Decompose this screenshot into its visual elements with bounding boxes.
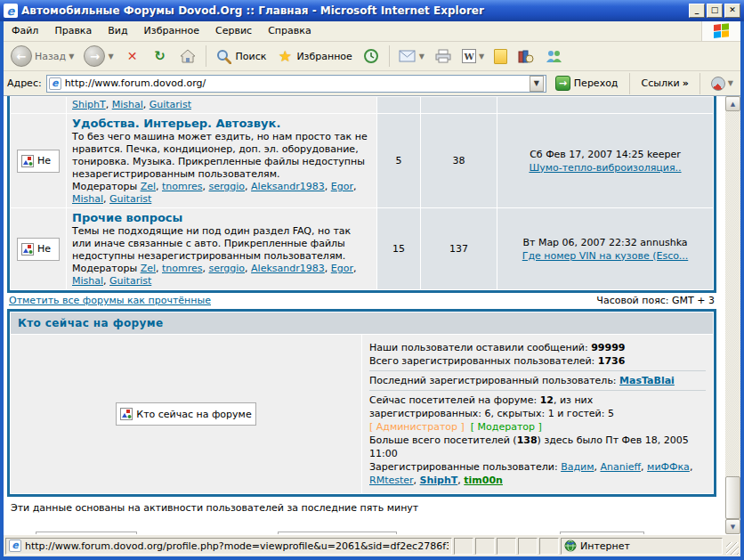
broken-image-icon <box>120 408 133 420</box>
back-icon: ← <box>11 45 32 67</box>
mail-dropdown-icon[interactable]: ▼ <box>419 53 425 61</box>
maximize-button[interactable]: □ <box>707 4 723 18</box>
window-title: Автомобильные Форумы Dovod.Org :: Главна… <box>21 4 689 17</box>
table-row-forum-other: Не Прочие вопросы Темы не подходящие ни … <box>11 208 713 289</box>
search-button[interactable]: Поиск <box>212 45 271 67</box>
links-chevron-icon[interactable]: » <box>683 77 689 89</box>
menu-favorites[interactable]: Избранное <box>136 21 207 41</box>
messages-count: 99999 <box>591 342 625 353</box>
online-user-link[interactable]: Вадим <box>561 461 594 473</box>
menu-tools[interactable]: Сервис <box>207 21 260 41</box>
newest-user-link[interactable]: MasTaBlai <box>619 375 675 386</box>
favorites-button[interactable]: ★ Избранное <box>272 45 355 67</box>
forward-button[interactable]: → ▼ <box>80 44 117 69</box>
online-user-link[interactable]: tim00n <box>464 475 503 486</box>
activity-note: Эти данные основаны на активности пользо… <box>11 502 725 514</box>
status-url-pane: e http://www.forum.dovod.org/profile.php… <box>5 538 452 555</box>
moderator-link[interactable]: Egor <box>331 181 353 192</box>
menu-view[interactable]: Вид <box>100 21 135 41</box>
mail-button[interactable]: ▼ <box>395 45 428 67</box>
last-post-topic-link[interactable]: Где номер VIN на кузове (Esco... <box>522 250 689 262</box>
refresh-button[interactable]: ↻ <box>148 45 173 67</box>
online-user-link[interactable]: RMtester <box>369 475 414 486</box>
admin-legend[interactable]: [ Администратор ] <box>369 421 465 433</box>
moderator-link[interactable]: tnomres <box>162 263 203 274</box>
moderator-link[interactable]: Mishal <box>72 193 103 205</box>
edit-dropdown-icon[interactable]: ▼ <box>479 53 484 61</box>
legend-locked-broken-image: Форум закрыт <box>560 532 644 534</box>
menu-edit[interactable]: Правка <box>46 21 100 41</box>
stop-button[interactable]: ✕ <box>120 45 145 67</box>
moderator-link[interactable]: tnomres <box>162 181 203 192</box>
moderator-link[interactable]: serggio <box>209 181 246 192</box>
go-arrow-icon: → <box>555 76 570 91</box>
moderator-link[interactable]: Guitarist <box>109 275 151 287</box>
menu-bar: Файл Правка Вид Избранное Сервис Справка <box>4 21 740 42</box>
moderator-link[interactable]: Guitarist <box>109 193 151 205</box>
back-dropdown-icon[interactable]: ▼ <box>69 53 74 61</box>
menu-help[interactable]: Справка <box>260 21 319 41</box>
home-button[interactable] <box>175 45 200 67</box>
moderator-link[interactable]: ShiphT <box>72 99 106 110</box>
address-dropdown-icon[interactable]: ▼ <box>530 76 544 92</box>
discuss-button[interactable] <box>490 47 511 66</box>
online-user-link[interactable]: миФФка <box>647 461 690 473</box>
addressbar-separator <box>629 73 630 94</box>
moderator-link[interactable]: Mishal <box>112 99 143 110</box>
address-url: http://www.forum.dovod.org/ <box>65 77 526 89</box>
print-button[interactable] <box>431 45 456 67</box>
menu-file[interactable]: Файл <box>4 21 46 41</box>
moderator-link[interactable]: serggio <box>209 263 246 274</box>
forum-title-link[interactable]: Прочие вопросы <box>72 211 182 224</box>
history-icon <box>362 47 380 65</box>
edit-with-word-button[interactable]: W ▼ <box>458 47 488 65</box>
status-page-icon: e <box>9 540 21 552</box>
scroll-up-button[interactable]: ▲ <box>725 96 740 111</box>
forum-table: ShiphT, Mishal, Guitarist Не Удобства <box>7 96 716 293</box>
moderator-legend[interactable]: [ Модератор ] <box>471 421 542 433</box>
messenger-button[interactable] <box>541 45 566 67</box>
vertical-scrollbar[interactable]: ▲ ▼ <box>725 96 740 534</box>
scroll-down-button[interactable]: ▼ <box>725 519 740 534</box>
moderator-link[interactable]: Zel <box>141 181 156 192</box>
stop-icon: ✕ <box>124 47 142 65</box>
forum-title-link[interactable]: Удобства. Интерьер. Автозвук. <box>72 117 280 130</box>
address-bar: Адрес: e http://www.forum.dovod.org/ ▼ →… <box>4 71 740 96</box>
status-pane <box>518 538 538 555</box>
toolbar-separator <box>206 45 206 67</box>
broken-image-icon <box>21 243 34 256</box>
ie-app-icon: e <box>4 4 18 18</box>
minimize-button[interactable]: _ <box>689 4 705 18</box>
word-icon: W <box>462 49 476 63</box>
online-user-link[interactable]: ShiphT <box>420 475 458 486</box>
moderator-link[interactable]: Aleksandr1983 <box>251 263 325 274</box>
mark-all-read-link[interactable]: Отметить все форумы как прочтённые <box>9 295 211 306</box>
toolbar-separator <box>389 45 390 67</box>
moderator-link[interactable]: Zel <box>141 263 156 274</box>
moderator-link[interactable]: Guitarist <box>150 99 191 110</box>
forum-page: ShiphT, Mishal, Guitarist Не Удобства <box>4 96 725 534</box>
legend-new-broken-image: Новые сообщения <box>36 532 137 534</box>
research-button[interactable] <box>514 45 538 67</box>
history-button[interactable] <box>359 45 384 67</box>
moderators-label: Модераторы <box>72 181 141 192</box>
resize-grip[interactable] <box>726 542 739 555</box>
legend-nonew-broken-image: Нет новых сообщений <box>278 532 397 534</box>
adobe-pdf-button[interactable]: ▼ <box>708 75 737 93</box>
refresh-icon: ↻ <box>151 47 169 65</box>
adobe-dropdown-icon[interactable]: ▼ <box>728 79 733 87</box>
moderator-link[interactable]: Mishal <box>72 275 103 287</box>
links-button[interactable]: Ссылки » <box>637 77 691 90</box>
scrollbar-thumb[interactable] <box>725 476 740 519</box>
address-input[interactable]: e http://www.forum.dovod.org/ ▼ <box>46 75 546 93</box>
moderator-link[interactable]: Aleksandr1983 <box>251 181 325 192</box>
last-post-topic-link[interactable]: Шумо-тепло-виброизоляция.. <box>529 162 681 174</box>
last-post-time: Сб Фев 17, 2007 14:25 keeper <box>530 149 681 160</box>
close-button[interactable]: ✕ <box>724 4 740 18</box>
online-user-link[interactable]: Ananieff <box>600 461 641 473</box>
forward-dropdown-icon[interactable]: ▼ <box>108 53 113 61</box>
back-button[interactable]: ← Назад ▼ <box>7 44 77 69</box>
moderator-link[interactable]: Egor <box>331 263 353 274</box>
newest-user-group: Последний зарегистрированный пользовател… <box>369 370 706 390</box>
go-button[interactable]: → Переход <box>551 75 623 92</box>
